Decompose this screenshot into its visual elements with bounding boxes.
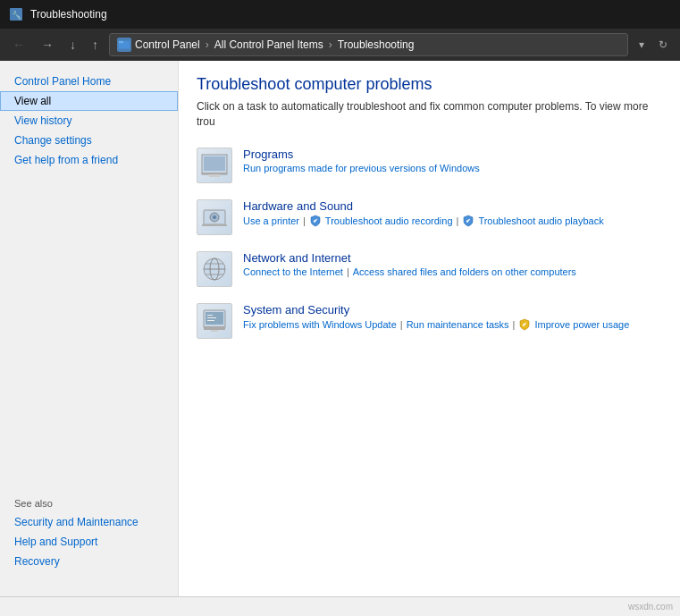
network-content: Network and Internet Connect to the Inte… [243,251,576,277]
sidebar: Control Panel Home View all View history… [0,61,179,596]
programs-title[interactable]: Programs [243,148,480,161]
system-title[interactable]: System and Security [243,303,629,316]
sidebar-bottom: See also Security and Maintenance Help a… [0,484,178,586]
svg-rect-25 [207,320,214,321]
dropdown-addr-button[interactable]: ▾ [634,35,650,55]
troubleshoot-item-system: System and Security Fix problems with Wi… [197,303,662,339]
content-area: Troubleshoot computer problems Click on … [179,61,680,596]
svg-rect-5 [204,156,225,171]
troubleshoot-item-programs: Programs Run programs made for previous … [197,148,662,183]
hardware-link-printer[interactable]: Use a printer [243,215,299,226]
svg-rect-24 [207,317,216,318]
system-link-update[interactable]: Fix problems with Windows Update [243,319,397,330]
path-all-items[interactable]: All Control Panel Items [214,38,323,51]
dropdown-button[interactable]: ↓ [64,35,81,55]
sidebar-item-security[interactable]: Security and Maintenance [0,512,178,532]
svg-rect-6 [202,173,227,174]
system-links: Fix problems with Windows Update | Run m… [243,318,629,331]
sidebar-item-view-all[interactable]: View all [0,91,178,111]
troubleshoot-item-hardware: Hardware and Sound Use a printer | Troub… [197,199,662,235]
network-link-connect[interactable]: Connect to the Internet [243,266,343,277]
hardware-title[interactable]: Hardware and Sound [243,199,604,213]
window-title: Troubleshooting [30,8,107,21]
programs-icon [197,148,232,183]
sidebar-item-get-help[interactable]: Get help from a friend [0,150,178,170]
svg-rect-3 [119,41,123,44]
svg-rect-23 [207,315,213,316]
hardware-link-playback[interactable]: Troubleshoot audio playback [462,215,603,227]
programs-links: Run programs made for previous versions … [243,163,480,173]
path-icon [117,38,131,52]
hardware-content: Hardware and Sound Use a printer | Troub… [243,199,604,227]
programs-link-1[interactable]: Run programs made for previous versions … [243,163,480,173]
up-button[interactable]: ↑ [87,35,104,55]
svg-point-10 [213,215,216,219]
page-subtitle: Click on a task to automatically trouble… [197,99,662,130]
main-content: Control Panel Home View all View history… [0,61,680,596]
see-also-label: See also [0,484,178,512]
network-title[interactable]: Network and Internet [243,251,576,265]
watermark: wsxdn.com [628,602,673,612]
path-control-panel[interactable]: Control Panel [135,38,200,51]
page-title: Troubleshoot computer problems [197,75,662,94]
system-link-power[interactable]: Improve power usage [518,318,629,331]
hardware-links: Use a printer | Troubleshoot audio recor… [243,215,604,227]
back-button[interactable]: ← [7,35,30,55]
sidebar-item-help-support[interactable]: Help and Support [0,532,178,552]
troubleshoot-item-network: Network and Internet Connect to the Inte… [197,251,662,287]
hardware-icon [197,199,232,235]
address-path: Control Panel › All Control Panel Items … [109,33,628,56]
svg-text:🔧: 🔧 [12,10,22,21]
path-troubleshooting[interactable]: Troubleshooting [338,38,415,51]
window-icon: 🔧 [9,7,23,21]
svg-rect-22 [211,330,218,332]
sidebar-item-change-settings[interactable]: Change settings [0,131,178,150]
system-content: System and Security Fix problems with Wi… [243,303,629,331]
network-links: Connect to the Internet | Access shared … [243,266,576,277]
address-bar: ← → ↓ ↑ Control Panel › All Control Pane… [0,29,680,61]
system-link-maintenance[interactable]: Run maintenance tasks [407,319,509,330]
svg-rect-21 [204,326,225,330]
hardware-link-recording[interactable]: Troubleshoot audio recording [309,215,453,227]
sidebar-item-recovery[interactable]: Recovery [0,552,178,571]
sidebar-item-control-panel-home[interactable]: Control Panel Home [0,72,178,91]
status-bar: wsxdn.com [0,596,680,616]
network-link-shared[interactable]: Access shared files and folders on other… [353,266,576,277]
programs-content: Programs Run programs made for previous … [243,148,480,173]
forward-button[interactable]: → [36,35,59,55]
refresh-button[interactable]: ↻ [653,35,673,55]
title-bar: 🔧 Troubleshooting [0,0,680,29]
svg-rect-7 [209,174,220,177]
svg-rect-11 [202,224,227,226]
system-icon [197,303,232,339]
network-icon [197,251,232,287]
sidebar-item-view-history[interactable]: View history [0,111,178,131]
address-actions: ▾ ↻ [634,35,673,55]
